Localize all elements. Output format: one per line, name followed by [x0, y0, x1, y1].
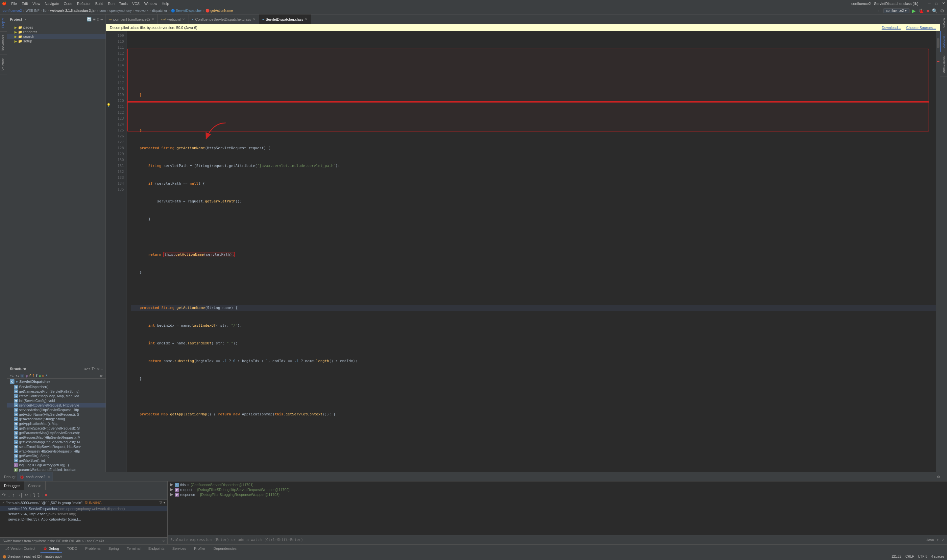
struct-item-8[interactable]: m getApplicationMap(): Map: [7, 421, 106, 426]
menu-file[interactable]: File: [11, 2, 17, 6]
frame-item-2[interactable]: → service:ID-filter:337, ApplicationFilt…: [0, 517, 167, 522]
struct-item-2[interactable]: m createContextMap(Map, Map, Map, Ma: [7, 394, 106, 398]
switch-frames-close[interactable]: ✕: [162, 538, 165, 543]
close-button[interactable]: ✕: [942, 1, 945, 6]
search-everywhere-icon[interactable]: 🔍: [932, 8, 938, 14]
struct-item-15[interactable]: m getSaveDir(): String: [7, 454, 106, 458]
tree-item-setup[interactable]: ▶ 📁 setup: [7, 39, 106, 43]
debug-session-tab[interactable]: 🐞 confluence2 ✕: [17, 472, 52, 481]
bottom-tab-problems[interactable]: Problems: [83, 545, 103, 553]
expand-watch-icon[interactable]: ⤢: [941, 538, 944, 542]
tab-confluence[interactable]: ● ConfluenceServletDispatcher.class ✕: [188, 14, 259, 24]
step-over-btn[interactable]: ↷: [2, 492, 6, 498]
bottom-tab-endpoints[interactable]: Endpoints: [146, 545, 167, 553]
bottom-tab-profiler[interactable]: Profiler: [191, 545, 208, 553]
smart-step-into-btn[interactable]: ⤵: [37, 492, 40, 498]
debug-run-button[interactable]: 🐞: [918, 8, 924, 14]
tab-servlet[interactable]: ● ServletDispatcher.class ✕: [259, 14, 311, 24]
bc-jar[interactable]: webwork-2.1.5-atlassian-3.jar: [50, 9, 96, 12]
choose-sources-link[interactable]: Choose Sources...: [906, 26, 936, 29]
minimize-button[interactable]: ─: [928, 2, 931, 6]
project-tree-dropdown[interactable]: ▾: [25, 17, 27, 21]
filter-icon[interactable]: ▽: [160, 500, 162, 505]
tab-more[interactable]: ⋮: [931, 14, 940, 24]
force-step-into-btn[interactable]: ⤵: [33, 492, 35, 498]
struct-item-4[interactable]: m service(HttpServletRequest, HttpServle: [7, 403, 106, 408]
debug-session-close[interactable]: ✕: [48, 475, 50, 478]
filter-dropdown[interactable]: ▾: [163, 500, 165, 505]
tab-pom-close[interactable]: ✕: [152, 17, 154, 21]
bc-webinf[interactable]: WEB-INF: [26, 9, 40, 12]
code-editor[interactable]: 💡 109: [106, 31, 940, 472]
menu-build[interactable]: Build: [95, 2, 103, 6]
menu-edit[interactable]: Edit: [22, 2, 28, 6]
tree-item-search[interactable]: ▶ 📁 search: [7, 34, 106, 39]
cursor-position[interactable]: 121:22: [892, 555, 902, 558]
struct-item-5[interactable]: m serviceAction(HttpServletRequest, Http: [7, 408, 106, 412]
tab-servlet-close[interactable]: ✕: [305, 17, 308, 21]
bottom-tab-services[interactable]: Services: [170, 545, 189, 553]
apple-menu[interactable]: 🍎: [2, 1, 6, 6]
menu-navigate[interactable]: Navigate: [45, 2, 59, 6]
struct-item-11[interactable]: m getRequestMap(HttpServletRequest): M: [7, 435, 106, 440]
frame-item-1[interactable]: → service:764, HttpServlet (javax.servle…: [0, 511, 167, 517]
menu-view[interactable]: View: [32, 2, 40, 6]
bc-lib[interactable]: lib: [43, 9, 46, 12]
bc-project[interactable]: confluence2: [3, 9, 22, 12]
menu-vcs[interactable]: VCS: [132, 2, 140, 6]
bottom-tab-todo[interactable]: TODO: [65, 545, 80, 553]
tree-item-pages[interactable]: ▶ 📁 pages: [7, 25, 106, 29]
var-item-response[interactable]: ▶ p response = {DebugFilter$LoggingRespo…: [168, 492, 947, 497]
menu-tools[interactable]: Tools: [119, 2, 128, 6]
menu-window[interactable]: Window: [144, 2, 157, 6]
tree-icon-2[interactable]: ≡: [93, 17, 95, 22]
maximize-button[interactable]: □: [935, 2, 938, 6]
struct-item-17[interactable]: f log: Log = LogFactory.getLog(...): [7, 463, 106, 467]
console-tab[interactable]: Console: [24, 482, 45, 490]
structure-class[interactable]: C ● ServletDispatcher: [7, 378, 106, 385]
expand-icon[interactable]: ▶: [170, 492, 174, 497]
var-item-request[interactable]: ▶ p request = {DebugFilter$DebugHttpServ…: [168, 487, 947, 492]
tab-pom[interactable]: m pom.xml (confluence2) ✕: [106, 14, 158, 24]
step-into-btn[interactable]: ↓: [8, 492, 10, 498]
right-tab-database[interactable]: Database: [940, 31, 947, 52]
struct-item-3[interactable]: m init(ServletConfig): void: [7, 398, 106, 403]
tab-web[interactable]: xml web.xml ✕: [158, 14, 188, 24]
struct-item-10[interactable]: m getParameterMap(HttpServletRequest):: [7, 431, 106, 435]
tree-icon-3[interactable]: ⚙: [97, 17, 99, 22]
tree-icon-1[interactable]: 🔄: [87, 17, 92, 22]
expand-icon[interactable]: ▶: [170, 488, 174, 492]
sort-type-icon[interactable]: T↑: [92, 367, 96, 371]
structure-close-icon[interactable]: —: [101, 367, 103, 371]
right-tab-notifications[interactable]: Notifications: [940, 52, 947, 77]
struct-item-0[interactable]: m ServletDispatcher(): [7, 385, 106, 389]
stop-button[interactable]: ■: [927, 8, 929, 14]
struct-item-6[interactable]: m getActionName(HttpServletRequest): S: [7, 412, 106, 417]
drop-frame-btn[interactable]: ↩: [24, 492, 28, 498]
structure-settings-icon[interactable]: ⚙: [97, 367, 100, 371]
frame-item-0[interactable]: → service:199, ServletDispatcher (com.op…: [0, 506, 167, 511]
bc-method[interactable]: 🔴 getActionName: [205, 9, 233, 12]
struct-item-12[interactable]: m getSessionMap(HttpServletRequest): M: [7, 440, 106, 444]
struct-item-13[interactable]: m sendError(HttpServletRequest, HttpServ: [7, 444, 106, 449]
debug-settings-icon[interactable]: ⚙: [937, 474, 940, 479]
scrollbar[interactable]: [936, 31, 940, 472]
struct-item-14[interactable]: m wrapRequest(HttpServletRequest): Http: [7, 449, 106, 454]
struct-item-9[interactable]: m getNameSpace(HttpServletRequest): St: [7, 426, 106, 431]
bottom-tab-dependencies[interactable]: Dependencies: [211, 545, 239, 553]
run-to-cursor-btn[interactable]: →|: [17, 492, 22, 498]
left-vtab-structure[interactable]: Structure: [0, 55, 7, 75]
line-ending[interactable]: CRLF: [905, 555, 914, 558]
scrollbar-thumb[interactable]: [937, 38, 939, 48]
struct-item-16[interactable]: m getMaxSize(): int: [7, 458, 106, 463]
tab-web-close[interactable]: ✕: [182, 17, 185, 21]
bc-dispatcher[interactable]: dispatcher: [152, 9, 167, 12]
indent[interactable]: 4 spaces: [931, 555, 944, 558]
run-config-dropdown[interactable]: confluence2 ▾: [883, 8, 910, 13]
tree-icon-4[interactable]: —: [101, 17, 103, 22]
expr-input[interactable]: [170, 538, 924, 542]
struct-item-7[interactable]: m getActionName(String): String: [7, 417, 106, 421]
tree-item-renderer[interactable]: ▶ 📁 renderer: [7, 29, 106, 34]
run-button[interactable]: ▶: [912, 8, 916, 14]
bc-opensymphony[interactable]: opensymphony: [109, 9, 132, 12]
